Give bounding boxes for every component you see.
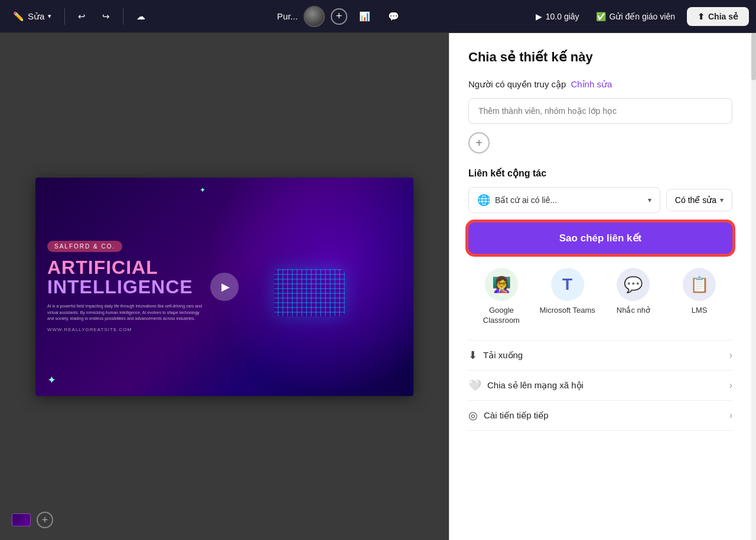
download-action[interactable]: ⬇ Tải xuống › bbox=[468, 340, 732, 370]
chevron-down-icon: ▾ bbox=[648, 196, 651, 204]
more-action-left: ◎ Cài tiến tiếp tiếp bbox=[468, 409, 549, 422]
avatar[interactable] bbox=[304, 6, 325, 27]
undo-button[interactable]: ↩ bbox=[72, 8, 92, 25]
undo-icon: ↩ bbox=[78, 11, 86, 22]
slide-visual bbox=[206, 178, 413, 396]
social-share-action-left: 🤍 Chia sẻ lên mạng xã hội bbox=[468, 379, 584, 392]
microsoft-teams-icon: T bbox=[551, 268, 584, 301]
toolbar-right: ▶ 10.0 giây ✅ Gửi đến giáo viên ⬆ Chia s… bbox=[531, 7, 749, 26]
collab-label: Liên kết cộng tác bbox=[468, 168, 732, 179]
link-access-dropdown[interactable]: 🌐 Bất cứ ai có liê... ▾ bbox=[468, 187, 660, 213]
slide-title2: INTELLIGENCE bbox=[47, 277, 205, 297]
globe-icon: 🌐 bbox=[477, 194, 490, 207]
google-classroom-icon: 👩‍🏫 bbox=[485, 268, 518, 301]
add-collaborator-button[interactable]: + bbox=[331, 8, 347, 25]
edit-button[interactable]: ✏️ Sửa ▾ bbox=[7, 8, 57, 25]
reminder-button[interactable]: 💬 Nhắc nhở bbox=[604, 268, 663, 326]
slide-thumbnail-bar: + bbox=[12, 512, 53, 528]
send-label: Gửi đến giáo viên bbox=[610, 12, 675, 21]
microsoft-teams-label: Microsoft Teams bbox=[539, 306, 595, 316]
slide-brand: SALFORD & CO. bbox=[47, 241, 122, 252]
canvas-area: SALFORD & CO. ARTIFICIAL INTELLIGENCE AI… bbox=[0, 33, 449, 540]
cloud-button[interactable]: ☁ bbox=[131, 8, 151, 25]
share-label: Chia sẻ bbox=[708, 12, 738, 21]
slide-content: SALFORD & CO. ARTIFICIAL INTELLIGENCE AI… bbox=[35, 178, 217, 396]
lms-icon: 📋 bbox=[683, 268, 716, 301]
lms-label: LMS bbox=[692, 306, 708, 316]
slide-background: SALFORD & CO. ARTIFICIAL INTELLIGENCE AI… bbox=[35, 178, 413, 396]
slide-thumbnail[interactable] bbox=[12, 513, 31, 526]
share-button[interactable]: ⬆ Chia sẻ bbox=[687, 7, 749, 26]
perm-chevron-icon: ▾ bbox=[720, 196, 724, 204]
google-classroom-label: Google Classroom bbox=[472, 306, 531, 326]
redo-button[interactable]: ↪ bbox=[96, 8, 116, 25]
lms-button[interactable]: 📋 LMS bbox=[670, 268, 729, 326]
copy-link-button[interactable]: Sao chép liên kết bbox=[468, 222, 732, 254]
reminder-icon: 💬 bbox=[617, 268, 650, 301]
slide-star-icon: ✦ bbox=[47, 374, 56, 387]
more-chevron-icon: › bbox=[729, 410, 732, 421]
separator-1 bbox=[64, 8, 65, 25]
download-icon: ⬇ bbox=[468, 349, 477, 362]
project-name: Pur... bbox=[277, 11, 298, 21]
redo-icon: ↪ bbox=[102, 11, 110, 22]
link-dropdown-text: Bất cứ ai có liê... bbox=[495, 195, 643, 205]
access-label: Người có quyền truy cập bbox=[468, 79, 566, 90]
panel-title: Chia sẻ thiết kế này bbox=[468, 50, 732, 65]
play-button[interactable]: ▶ 10.0 giây bbox=[531, 8, 584, 25]
teams-icon-glyph: T bbox=[562, 275, 572, 294]
download-chevron-icon: › bbox=[729, 350, 732, 361]
access-edit-button[interactable]: Chỉnh sửa bbox=[571, 79, 612, 90]
check-circle-icon: ✅ bbox=[596, 12, 606, 21]
reminder-icon-glyph: 💬 bbox=[624, 276, 643, 294]
more-action[interactable]: ◎ Cài tiến tiếp tiếp › bbox=[468, 400, 732, 431]
scrollbar[interactable] bbox=[751, 33, 756, 540]
send-to-teacher-button[interactable]: ✅ Gửi đến giáo viên bbox=[589, 8, 682, 25]
slide-container: SALFORD & CO. ARTIFICIAL INTELLIGENCE AI… bbox=[35, 178, 413, 396]
edit-icon: ✏️ bbox=[13, 11, 24, 22]
robot-visual bbox=[274, 269, 345, 316]
edit-chevron-icon: ▾ bbox=[48, 12, 51, 20]
link-row: 🌐 Bất cứ ai có liê... ▾ Có thể sửa ▾ bbox=[468, 187, 732, 213]
member-input[interactable] bbox=[468, 98, 732, 124]
social-chevron-icon: › bbox=[729, 380, 732, 391]
edit-label: Sửa bbox=[28, 11, 44, 22]
google-classroom-button[interactable]: 👩‍🏫 Google Classroom bbox=[472, 268, 531, 326]
classroom-icon-glyph: 👩‍🏫 bbox=[492, 276, 511, 294]
panel-inner: Chia sẻ thiết kế này Người có quyền truy… bbox=[449, 33, 756, 447]
circle-icon: ◎ bbox=[468, 409, 478, 422]
cloud-icon: ☁ bbox=[136, 11, 145, 22]
add-member-button[interactable]: + bbox=[468, 132, 490, 153]
social-share-label: Chia sẻ lên mạng xã hội bbox=[487, 380, 584, 391]
slide-star2-icon: ✦ bbox=[200, 186, 206, 194]
play-icon: ▶ bbox=[536, 12, 542, 21]
access-row: Người có quyền truy cập Chỉnh sửa bbox=[468, 79, 732, 90]
lms-icon-glyph: 📋 bbox=[690, 276, 709, 294]
comment-button[interactable]: 💬 bbox=[382, 8, 405, 25]
social-share-action[interactable]: 🤍 Chia sẻ lên mạng xã hội › bbox=[468, 370, 732, 400]
download-label: Tải xuống bbox=[483, 350, 523, 361]
chart-icon: 📊 bbox=[359, 11, 370, 22]
chart-button[interactable]: 📊 bbox=[353, 8, 376, 25]
apps-row: 👩‍🏫 Google Classroom T Microsoft Teams 💬… bbox=[468, 268, 732, 326]
slide-title1: ARTIFICIAL bbox=[47, 258, 205, 277]
microsoft-teams-button[interactable]: T Microsoft Teams bbox=[538, 268, 597, 326]
permission-dropdown[interactable]: Có thể sửa ▾ bbox=[666, 189, 732, 211]
play-duration: 10.0 giây bbox=[546, 12, 579, 21]
heart-icon: 🤍 bbox=[468, 379, 481, 392]
perm-text: Có thể sửa bbox=[675, 195, 716, 205]
separator-2 bbox=[123, 8, 123, 25]
comment-icon: 💬 bbox=[388, 11, 399, 22]
share-icon: ⬆ bbox=[698, 12, 705, 21]
add-slide-button[interactable]: + bbox=[37, 512, 53, 528]
slide-body-text: AI is a powerful field impacting daily l… bbox=[47, 303, 205, 322]
main-area: SALFORD & CO. ARTIFICIAL INTELLIGENCE AI… bbox=[0, 33, 756, 540]
share-panel: Chia sẻ thiết kế này Người có quyền truy… bbox=[449, 33, 756, 540]
slide-url: WWW.REALLYGREATSITE.COM bbox=[47, 327, 205, 332]
toolbar-left: ✏️ Sửa ▾ ↩ ↪ ☁ bbox=[7, 8, 151, 25]
download-action-left: ⬇ Tải xuống bbox=[468, 349, 523, 362]
more-action-label: Cài tiến tiếp tiếp bbox=[484, 410, 549, 421]
toolbar: ✏️ Sửa ▾ ↩ ↪ ☁ Pur... + 📊 💬 ▶ 10.0 giây bbox=[0, 0, 756, 33]
scrollbar-thumb bbox=[751, 33, 756, 80]
reminder-label: Nhắc nhở bbox=[617, 306, 650, 316]
